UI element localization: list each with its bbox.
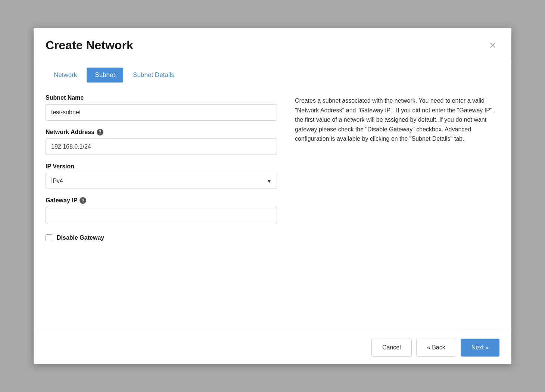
tab-subnet-details[interactable]: Subnet Details [125, 68, 183, 83]
disable-gateway-row: Disable Gateway [46, 234, 277, 241]
modal-body: Subnet Name Network Address ? IP Version [34, 83, 511, 331]
modal-header: Create Network ✕ [34, 28, 511, 60]
modal-dialog: Create Network ✕ Network Subnet Subnet D… [34, 28, 511, 364]
network-address-help-icon[interactable]: ? [97, 129, 103, 136]
back-button[interactable]: « Back [416, 339, 456, 357]
next-button[interactable]: Next » [461, 339, 499, 357]
ip-version-label: IP Version [46, 163, 277, 170]
subnet-name-label: Subnet Name [46, 94, 277, 101]
gateway-ip-group: Gateway IP ? [46, 197, 277, 223]
page-title: Create Network [46, 38, 133, 52]
ip-version-group: IP Version IPv4 IPv6 ▼ [46, 163, 277, 189]
ip-version-select[interactable]: IPv4 IPv6 [46, 173, 277, 189]
network-address-label: Network Address ? [46, 129, 277, 136]
modal-footer: Cancel « Back Next » [34, 331, 511, 364]
disable-gateway-checkbox[interactable] [46, 234, 52, 241]
subnet-name-input[interactable] [46, 104, 277, 121]
cancel-button[interactable]: Cancel [371, 339, 412, 357]
subnet-name-group: Subnet Name [46, 94, 277, 121]
gateway-ip-input[interactable] [46, 207, 277, 223]
network-address-input[interactable] [46, 139, 277, 155]
network-address-group: Network Address ? [46, 129, 277, 155]
tab-network[interactable]: Network [46, 68, 85, 83]
gateway-ip-label: Gateway IP ? [46, 197, 277, 204]
disable-gateway-label[interactable]: Disable Gateway [57, 234, 104, 241]
gateway-ip-help-icon[interactable]: ? [80, 197, 86, 204]
info-text: Creates a subnet associated with the net… [295, 96, 499, 144]
modal-overlay: Create Network ✕ Network Subnet Subnet D… [0, 0, 545, 392]
form-section: Subnet Name Network Address ? IP Version [46, 94, 277, 322]
close-button[interactable]: ✕ [486, 40, 499, 52]
ip-version-select-wrapper: IPv4 IPv6 ▼ [46, 173, 277, 189]
tabs-container: Network Subnet Subnet Details [34, 60, 511, 83]
tab-subnet[interactable]: Subnet [87, 68, 123, 83]
info-section: Creates a subnet associated with the net… [295, 94, 499, 322]
